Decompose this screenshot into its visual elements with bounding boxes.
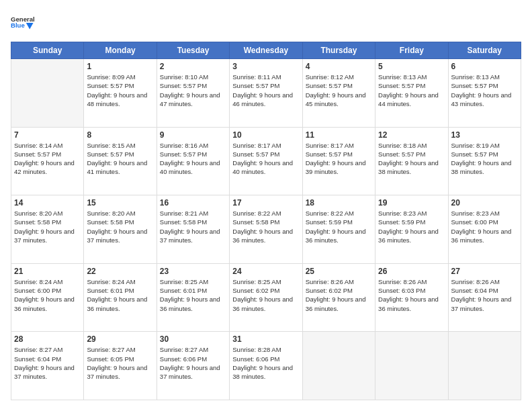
day-info: Sunrise: 8:18 AMSunset: 5:57 PMDaylight:… (378, 141, 445, 177)
calendar-cell: 29Sunrise: 8:27 AMSunset: 6:05 PMDayligh… (84, 332, 157, 400)
calendar-cell: 12Sunrise: 8:18 AMSunset: 5:57 PMDayligh… (375, 127, 448, 195)
calendar-cell: 8Sunrise: 8:15 AMSunset: 5:57 PMDaylight… (84, 127, 157, 195)
day-info: Sunrise: 8:10 AMSunset: 5:57 PMDaylight:… (160, 73, 226, 108)
day-number: 3 (232, 62, 299, 71)
day-number: 9 (160, 130, 226, 140)
day-number: 27 (451, 267, 518, 276)
day-number: 17 (232, 198, 299, 208)
day-number: 5 (378, 62, 445, 71)
day-number: 18 (306, 198, 372, 208)
day-info: Sunrise: 8:27 AMSunset: 6:04 PMDaylight:… (14, 345, 81, 381)
day-info: Sunrise: 8:17 AMSunset: 5:57 PMDaylight:… (232, 141, 299, 177)
calendar-cell: 31Sunrise: 8:28 AMSunset: 6:06 PMDayligh… (230, 332, 302, 400)
calendar-cell: 10Sunrise: 8:17 AMSunset: 5:57 PMDayligh… (230, 127, 302, 195)
calendar-cell (448, 332, 521, 400)
day-info: Sunrise: 8:23 AMSunset: 5:59 PMDaylight:… (378, 209, 445, 244)
page: General Blue SundayMondayTuesdayWednesda… (0, 0, 532, 411)
day-number: 23 (160, 267, 226, 276)
calendar-cell: 17Sunrise: 8:22 AMSunset: 5:58 PMDayligh… (230, 195, 302, 264)
day-info: Sunrise: 8:26 AMSunset: 6:04 PMDaylight:… (451, 277, 518, 313)
calendar-cell: 1Sunrise: 8:09 AMSunset: 5:57 PMDaylight… (84, 59, 157, 128)
calendar-cell: 5Sunrise: 8:13 AMSunset: 5:57 PMDaylight… (375, 59, 448, 128)
day-info: Sunrise: 8:16 AMSunset: 5:57 PMDaylight:… (160, 141, 226, 177)
header: General Blue (11, 11, 521, 35)
day-number: 29 (87, 334, 153, 344)
calendar-cell: 19Sunrise: 8:23 AMSunset: 5:59 PMDayligh… (375, 195, 448, 264)
calendar-header-row: SundayMondayTuesdayWednesdayThursdayFrid… (11, 42, 521, 59)
day-info: Sunrise: 8:25 AMSunset: 6:01 PMDaylight:… (160, 277, 226, 313)
day-number: 31 (232, 334, 299, 344)
day-info: Sunrise: 8:28 AMSunset: 6:06 PMDaylight:… (232, 345, 299, 381)
weekday-header: Tuesday (157, 42, 229, 59)
day-number: 1 (87, 62, 153, 71)
calendar-table: SundayMondayTuesdayWednesdayThursdayFrid… (11, 42, 521, 400)
day-info: Sunrise: 8:26 AMSunset: 6:03 PMDaylight:… (378, 277, 445, 313)
calendar-cell: 2Sunrise: 8:10 AMSunset: 5:57 PMDaylight… (157, 59, 229, 128)
calendar-cell: 4Sunrise: 8:12 AMSunset: 5:57 PMDaylight… (302, 59, 375, 128)
day-info: Sunrise: 8:17 AMSunset: 5:57 PMDaylight:… (306, 141, 372, 177)
day-number: 24 (232, 267, 299, 276)
day-info: Sunrise: 8:24 AMSunset: 6:01 PMDaylight:… (87, 277, 153, 313)
day-number: 22 (87, 267, 153, 276)
day-info: Sunrise: 8:22 AMSunset: 5:59 PMDaylight:… (306, 209, 372, 244)
day-info: Sunrise: 8:09 AMSunset: 5:57 PMDaylight:… (87, 73, 153, 108)
day-number: 14 (14, 198, 81, 208)
day-info: Sunrise: 8:20 AMSunset: 5:58 PMDaylight:… (87, 209, 153, 244)
calendar-week-row: 1Sunrise: 8:09 AMSunset: 5:57 PMDaylight… (11, 59, 521, 128)
weekday-header: Monday (84, 42, 157, 59)
day-info: Sunrise: 8:13 AMSunset: 5:57 PMDaylight:… (451, 73, 518, 108)
calendar-cell: 13Sunrise: 8:19 AMSunset: 5:57 PMDayligh… (448, 127, 521, 195)
day-number: 11 (306, 130, 372, 140)
weekday-header: Sunday (11, 42, 84, 59)
calendar-cell: 16Sunrise: 8:21 AMSunset: 5:58 PMDayligh… (157, 195, 229, 264)
calendar-week-row: 7Sunrise: 8:14 AMSunset: 5:57 PMDaylight… (11, 127, 521, 195)
day-info: Sunrise: 8:21 AMSunset: 5:58 PMDaylight:… (160, 209, 226, 244)
calendar-cell (11, 59, 84, 128)
day-number: 30 (160, 334, 226, 344)
calendar-cell: 6Sunrise: 8:13 AMSunset: 5:57 PMDaylight… (448, 59, 521, 128)
day-number: 21 (14, 267, 81, 276)
calendar-cell: 23Sunrise: 8:25 AMSunset: 6:01 PMDayligh… (157, 263, 229, 332)
calendar-cell: 9Sunrise: 8:16 AMSunset: 5:57 PMDaylight… (157, 127, 229, 195)
calendar-week-row: 28Sunrise: 8:27 AMSunset: 6:04 PMDayligh… (11, 332, 521, 400)
day-number: 6 (451, 62, 518, 71)
calendar-cell: 22Sunrise: 8:24 AMSunset: 6:01 PMDayligh… (84, 263, 157, 332)
day-number: 2 (160, 62, 226, 71)
calendar-week-row: 14Sunrise: 8:20 AMSunset: 5:58 PMDayligh… (11, 195, 521, 264)
day-number: 26 (378, 267, 445, 276)
calendar-cell: 20Sunrise: 8:23 AMSunset: 6:00 PMDayligh… (448, 195, 521, 264)
calendar-week-row: 21Sunrise: 8:24 AMSunset: 6:00 PMDayligh… (11, 263, 521, 332)
day-number: 8 (87, 130, 153, 140)
day-info: Sunrise: 8:25 AMSunset: 6:02 PMDaylight:… (232, 277, 299, 313)
day-info: Sunrise: 8:27 AMSunset: 6:06 PMDaylight:… (160, 345, 226, 381)
day-number: 12 (378, 130, 445, 140)
day-info: Sunrise: 8:14 AMSunset: 5:57 PMDaylight:… (14, 141, 81, 177)
day-number: 7 (14, 130, 81, 140)
day-info: Sunrise: 8:24 AMSunset: 6:00 PMDaylight:… (14, 277, 81, 313)
svg-marker-2 (26, 23, 34, 30)
day-number: 25 (306, 267, 372, 276)
calendar-cell: 3Sunrise: 8:11 AMSunset: 5:57 PMDaylight… (230, 59, 302, 128)
calendar-cell: 28Sunrise: 8:27 AMSunset: 6:04 PMDayligh… (11, 332, 84, 400)
svg-text:Blue: Blue (11, 21, 25, 29)
weekday-header: Friday (375, 42, 448, 59)
day-number: 20 (451, 198, 518, 208)
calendar-cell: 27Sunrise: 8:26 AMSunset: 6:04 PMDayligh… (448, 263, 521, 332)
weekday-header: Thursday (302, 42, 375, 59)
day-number: 10 (232, 130, 299, 140)
day-info: Sunrise: 8:11 AMSunset: 5:57 PMDaylight:… (232, 73, 299, 108)
day-number: 4 (306, 62, 372, 71)
day-info: Sunrise: 8:12 AMSunset: 5:57 PMDaylight:… (306, 73, 372, 108)
calendar-cell: 25Sunrise: 8:26 AMSunset: 6:02 PMDayligh… (302, 263, 375, 332)
day-info: Sunrise: 8:19 AMSunset: 5:57 PMDaylight:… (451, 141, 518, 177)
general-blue-logo-icon: General Blue (11, 11, 35, 35)
calendar-cell: 15Sunrise: 8:20 AMSunset: 5:58 PMDayligh… (84, 195, 157, 264)
day-number: 15 (87, 198, 153, 208)
day-number: 19 (378, 198, 445, 208)
day-number: 13 (451, 130, 518, 140)
day-number: 16 (160, 198, 226, 208)
calendar-cell: 18Sunrise: 8:22 AMSunset: 5:59 PMDayligh… (302, 195, 375, 264)
day-info: Sunrise: 8:15 AMSunset: 5:57 PMDaylight:… (87, 141, 153, 177)
day-info: Sunrise: 8:27 AMSunset: 6:05 PMDaylight:… (87, 345, 153, 381)
calendar-cell: 26Sunrise: 8:26 AMSunset: 6:03 PMDayligh… (375, 263, 448, 332)
